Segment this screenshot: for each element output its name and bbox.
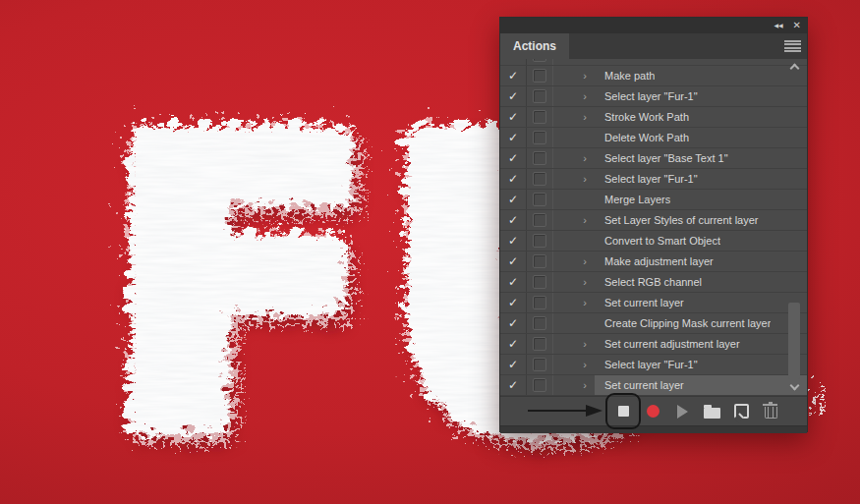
- expand-chevron-icon[interactable]: ›: [553, 293, 595, 312]
- include-toggle[interactable]: ✓: [500, 148, 527, 168]
- panel-menu-icon[interactable]: [784, 40, 801, 52]
- include-toggle[interactable]: ✓: [500, 252, 527, 271]
- dialog-toggle[interactable]: [527, 293, 553, 312]
- dialog-toggle[interactable]: [527, 334, 553, 354]
- action-step-row[interactable]: ✓ › Stroke Work Path: [500, 107, 807, 128]
- action-step-row[interactable]: ✓ › Select layer "Fur-1": [500, 169, 807, 190]
- expand-chevron-icon[interactable]: ›: [553, 210, 595, 230]
- collapse-panel-icon[interactable]: ◀◀: [774, 23, 782, 28]
- dialog-toggle[interactable]: [527, 210, 553, 230]
- panel-titlebar: ◀◀ ✕: [500, 18, 807, 33]
- action-step-label-wrap: Select layer "Fur-1": [595, 86, 807, 106]
- scroll-up-arrow[interactable]: [790, 63, 798, 71]
- include-toggle[interactable]: ✓: [500, 334, 527, 354]
- new-action-button[interactable]: [728, 397, 754, 425]
- include-toggle[interactable]: ✓: [500, 190, 527, 209]
- dialog-checkbox-icon: [533, 316, 546, 330]
- expand-chevron-icon[interactable]: ›: [553, 107, 595, 127]
- dialog-toggle[interactable]: [527, 59, 553, 65]
- include-toggle[interactable]: ✓: [500, 272, 527, 292]
- check-icon: ✓: [508, 59, 518, 61]
- expand-chevron-icon[interactable]: ›: [553, 148, 595, 168]
- dialog-toggle[interactable]: [527, 272, 553, 292]
- action-step-row[interactable]: ✓ › Set current layer: [500, 375, 807, 396]
- dialog-checkbox-icon: [533, 193, 546, 206]
- expand-chevron-icon[interactable]: ›: [553, 252, 595, 271]
- action-step-label: Convert to Smart Object: [604, 235, 720, 247]
- include-toggle[interactable]: ✓: [500, 375, 527, 395]
- dialog-toggle[interactable]: [527, 355, 553, 374]
- include-toggle[interactable]: ✓: [500, 128, 527, 147]
- action-step-row[interactable]: ✓ › Set Layer Styles of current layer: [500, 210, 807, 231]
- include-toggle[interactable]: ✓: [500, 313, 527, 333]
- expand-chevron-icon[interactable]: ›: [553, 334, 595, 354]
- action-step-label-wrap: [595, 59, 807, 65]
- include-toggle[interactable]: ✓: [500, 86, 527, 106]
- expand-chevron-icon[interactable]: [553, 59, 595, 65]
- dialog-toggle[interactable]: [527, 86, 553, 106]
- dialog-toggle[interactable]: [527, 66, 553, 85]
- actions-toolbar: [500, 396, 807, 425]
- scrollbar-thumb[interactable]: [788, 303, 800, 379]
- action-step-content: › Make adjustment layer: [553, 252, 807, 271]
- action-step-row[interactable]: ✓ Create Clipping Mask current layer: [500, 313, 807, 334]
- dialog-toggle[interactable]: [527, 169, 553, 189]
- action-step-row[interactable]: ✓ › Set current adjustment layer: [500, 334, 807, 355]
- include-toggle[interactable]: ✓: [500, 66, 527, 85]
- action-step-row[interactable]: ✓ › Select layer "Base Text 1": [500, 148, 807, 169]
- action-step-content: Create Clipping Mask current layer: [553, 313, 807, 333]
- expand-chevron-icon[interactable]: [553, 128, 595, 147]
- include-toggle[interactable]: ✓: [500, 210, 527, 230]
- dialog-toggle[interactable]: [527, 107, 553, 127]
- expand-chevron-icon[interactable]: ›: [553, 375, 595, 395]
- action-step-row[interactable]: ✓ › Make adjustment layer: [500, 252, 807, 272]
- new-set-button[interactable]: [699, 397, 724, 425]
- dialog-toggle[interactable]: [527, 148, 553, 168]
- include-toggle[interactable]: ✓: [500, 293, 527, 312]
- include-toggle[interactable]: ✓: [500, 107, 527, 127]
- expand-chevron-icon[interactable]: ›: [553, 272, 595, 292]
- include-toggle[interactable]: ✓: [500, 59, 527, 65]
- action-step-row[interactable]: ✓ Merge Layers: [500, 190, 807, 210]
- close-panel-icon[interactable]: ✕: [793, 21, 801, 30]
- dialog-checkbox-icon: [533, 110, 546, 124]
- dialog-toggle[interactable]: [527, 190, 553, 209]
- include-toggle[interactable]: ✓: [500, 355, 527, 374]
- include-toggle[interactable]: ✓: [500, 169, 527, 189]
- expand-chevron-icon[interactable]: ›: [553, 169, 595, 189]
- scroll-down-arrow[interactable]: [790, 382, 798, 390]
- check-icon: ✓: [508, 111, 518, 123]
- expand-chevron-icon[interactable]: ›: [553, 86, 595, 106]
- action-step-row[interactable]: ✓ Convert to Smart Object: [500, 231, 807, 252]
- dialog-toggle[interactable]: [527, 231, 553, 251]
- expand-chevron-icon[interactable]: ›: [553, 66, 595, 85]
- action-step-label: Stroke Work Path: [604, 111, 689, 123]
- panel-tab-row: Actions: [500, 33, 807, 59]
- action-step-row[interactable]: ✓ › Set current layer: [500, 293, 807, 313]
- stop-button[interactable]: [610, 397, 636, 425]
- delete-button[interactable]: [758, 397, 783, 425]
- action-step-row[interactable]: ✓ › Select RGB channel: [500, 272, 807, 293]
- action-step-label: Select layer "Fur-1": [604, 359, 698, 370]
- expand-chevron-icon[interactable]: ›: [553, 355, 595, 374]
- expand-chevron-icon[interactable]: [553, 313, 595, 333]
- action-step-label-wrap: Select RGB channel: [595, 272, 807, 292]
- dialog-toggle[interactable]: [527, 313, 553, 333]
- action-step-row[interactable]: ✓ Delete Work Path: [500, 128, 807, 148]
- expand-chevron-icon[interactable]: [553, 190, 595, 209]
- dialog-toggle[interactable]: [527, 375, 553, 395]
- action-step-row[interactable]: ✓: [500, 59, 807, 66]
- tab-actions[interactable]: Actions: [500, 33, 569, 59]
- action-step-label: Set Layer Styles of current layer: [604, 214, 759, 226]
- dialog-toggle[interactable]: [527, 252, 553, 271]
- action-step-row[interactable]: ✓ › Make path: [500, 66, 807, 86]
- dialog-toggle[interactable]: [527, 128, 553, 147]
- action-step-row[interactable]: ✓ › Select layer "Fur-1": [500, 86, 807, 107]
- record-button[interactable]: [640, 397, 665, 425]
- action-step-label: Select RGB channel: [604, 276, 702, 288]
- dialog-checkbox-icon: [533, 69, 546, 83]
- action-step-row[interactable]: ✓ › Select layer "Fur-1": [500, 355, 807, 375]
- play-button[interactable]: [669, 397, 695, 425]
- expand-chevron-icon[interactable]: [553, 231, 595, 251]
- include-toggle[interactable]: ✓: [500, 231, 527, 251]
